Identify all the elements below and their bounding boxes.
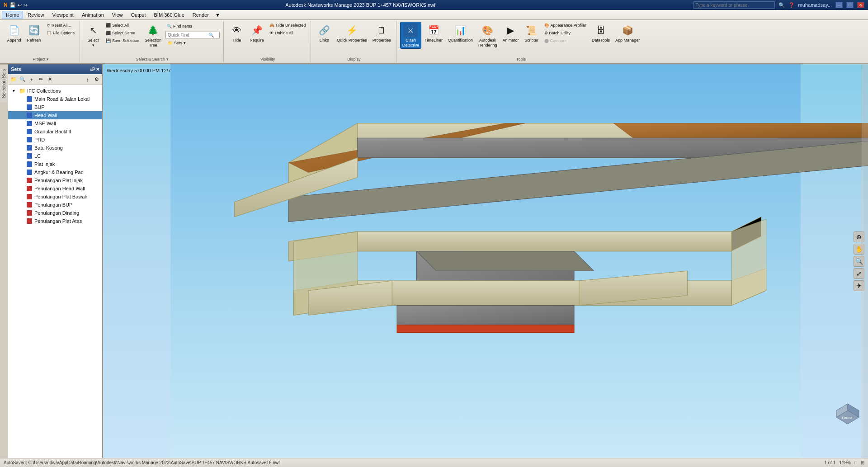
doc-icon-mse-wall — [26, 120, 33, 127]
menu-viewpoint[interactable]: Viewpoint — [48, 11, 77, 19]
unhide-all-button[interactable]: 👁 Unhide All — [267, 29, 308, 37]
batch-utility-button[interactable]: ⚙ Batch Utility — [542, 29, 589, 37]
ribbon-group-tools: ⚔ Clash Detective 📅 TimeLiner 📊 Quantifi… — [397, 21, 645, 62]
quick-access-save[interactable]: 💾 — [9, 2, 16, 8]
svg-marker-5 — [613, 123, 868, 138]
selection-tree-button[interactable]: 🌲 Selection Tree — [142, 22, 164, 49]
tree-item-batu-kosong[interactable]: Batu Kosong — [8, 144, 102, 152]
side-tab-selection[interactable]: Selection Sets — [0, 64, 8, 103]
datatools-button[interactable]: 🗄 DataTools — [590, 22, 612, 44]
quick-find-input-wrapper[interactable]: 🔍 — [165, 32, 220, 38]
autodesk-rendering-button[interactable]: 🎨 Autodesk Rendering — [476, 22, 500, 49]
menu-bim360[interactable]: BIM 360 Glue — [151, 11, 188, 19]
require-button[interactable]: 📌 Require — [247, 22, 266, 44]
tree-item-pen-plat-atas[interactable]: Penulangan Plat Atas — [8, 217, 102, 225]
reset-all-button[interactable]: ↺ Reset All... — [44, 22, 77, 29]
quick-find-input[interactable] — [168, 33, 208, 38]
folder-icon-ifc: 📁 — [19, 88, 25, 94]
sets-button[interactable]: 📁 Sets ▾ — [165, 39, 220, 47]
quantification-button[interactable]: 📊 Quantification — [446, 22, 475, 44]
tree-item-lc[interactable]: LC — [8, 152, 102, 160]
quick-find-search-icon[interactable]: 🔍 — [208, 33, 214, 38]
minimize-button[interactable]: ─ — [835, 2, 843, 8]
svg-marker-19 — [397, 325, 574, 332]
tree-expand-ifc[interactable]: ▼ — [12, 89, 17, 93]
compare-button[interactable]: ⬤ Compare — [542, 37, 589, 44]
ribbon-group-display: 🔗 Links ⚡ Quick Properties 🗒 Properties … — [312, 21, 396, 62]
tree-item-pen-plat-bawah[interactable]: Penulangan Plat Bawah — [8, 193, 102, 201]
quick-find-area: 🔍 📁 Sets ▾ — [165, 31, 221, 47]
3d-viewport[interactable]: Wednesday 5:00:00 PM 12/7/2022 Day=32 We… — [103, 64, 868, 458]
rendering-icon: 🎨 — [481, 23, 495, 38]
animator-icon: ▶ — [504, 23, 518, 38]
links-button[interactable]: 🔗 Links — [315, 22, 334, 44]
tree-item-mse-wall[interactable]: MSE Wall — [8, 119, 102, 127]
selection-tree-icon: 🌲 — [146, 23, 160, 38]
tree-item-bup[interactable]: BUP — [8, 103, 102, 111]
tree-item-pen-head-wall[interactable]: Penulangan Head Wall — [8, 184, 102, 193]
svg-marker-21 — [731, 219, 766, 306]
more-options-icon[interactable]: ▼ — [215, 12, 220, 18]
quick-access-undo[interactable]: ↩ — [18, 2, 22, 8]
new-folder-btn[interactable]: 📁 — [9, 75, 18, 84]
scripter-button[interactable]: 📜 Scripter — [522, 22, 541, 44]
nav-cube[interactable]: FRONT — [832, 399, 863, 431]
tree-item-ifc[interactable]: ▼ 📁 IFC Collections — [8, 87, 102, 95]
refresh-button[interactable]: 🔄 Refresh — [24, 22, 43, 44]
app-manager-button[interactable]: 📦 App Manager — [613, 22, 642, 44]
menu-review[interactable]: Review — [24, 11, 47, 19]
scripter-icon: 📜 — [524, 23, 539, 38]
tree-item-granular[interactable]: Granular Backfill — [8, 127, 102, 136]
select-all-button[interactable]: ⬛ Select All — [104, 22, 142, 29]
sort-btn[interactable]: ↕ — [84, 75, 92, 84]
new-search-btn[interactable]: 🔍 — [19, 75, 27, 84]
hide-unselected-button[interactable]: 🙈 Hide Unselected — [267, 22, 308, 29]
maximize-button[interactable]: □ — [846, 2, 854, 8]
sets-restore-icon[interactable]: 🗗 — [90, 67, 95, 72]
select-button[interactable]: ↖ Select ▾ — [84, 22, 103, 49]
tree-item-main-road[interactable]: Main Road & Jalan Lokal — [8, 95, 102, 103]
rename-btn[interactable]: ✏ — [37, 75, 45, 84]
timeliner-button[interactable]: 📅 TimeLiner — [422, 22, 445, 44]
properties-button[interactable]: 🗒 Properties — [370, 22, 393, 44]
quick-properties-button[interactable]: ⚡ Quick Properties — [335, 22, 369, 44]
sets-close-icon[interactable]: ✕ — [96, 67, 99, 72]
tree-item-phd[interactable]: PHD — [8, 136, 102, 144]
tree-item-pen-dinding[interactable]: Penulangan Dinding — [8, 209, 102, 217]
left-panel: Sets 🗗 ✕ 📁 🔍 + ✏ ✕ ↕ ⚙ ▼ 📁 IFC Collectio… — [8, 64, 103, 458]
title-bar: N 💾 ↩ ↪ Autodesk Navisworks Manage 2023 … — [0, 0, 868, 10]
search-icon[interactable]: 🔍 — [778, 2, 785, 8]
animator-button[interactable]: ▶ Animator — [500, 22, 521, 44]
find-items-label: Find Items — [173, 24, 192, 28]
menu-view[interactable]: View — [108, 11, 127, 19]
new-selection-btn[interactable]: + — [28, 75, 36, 84]
quant-icon: 📊 — [453, 23, 467, 38]
save-selection-button[interactable]: 💾 Save Selection — [104, 37, 142, 44]
menu-animation[interactable]: Animation — [78, 11, 108, 19]
search-input[interactable] — [693, 1, 775, 9]
tree-item-pen-bup[interactable]: Penulangan BUP — [8, 201, 102, 209]
appearance-profiler-button[interactable]: 🎨 Appearance Profiler — [542, 22, 589, 29]
doc-icon-head-wall — [26, 112, 33, 118]
menu-output[interactable]: Output — [127, 11, 150, 19]
clash-detective-button[interactable]: ⚔ Clash Detective — [400, 22, 422, 49]
quick-access-redo[interactable]: ↪ — [24, 2, 28, 8]
select-all-icon: ⬛ — [106, 23, 111, 28]
tree-item-plat-injak[interactable]: Plat Injak — [8, 160, 102, 168]
append-button[interactable]: 📄 Append — [5, 22, 24, 44]
find-items-button[interactable]: 🔍 Find Items — [165, 23, 221, 30]
options-btn[interactable]: ⚙ — [93, 75, 101, 84]
hide-button[interactable]: 👁 Hide — [227, 22, 246, 44]
select-same-button[interactable]: ⬛ Select Same — [104, 29, 142, 37]
help-icon[interactable]: ❓ — [788, 2, 795, 8]
tree-item-head-wall[interactable]: Head Wall — [8, 111, 102, 119]
close-button[interactable]: ✕ — [857, 2, 864, 8]
compare-icon: ⬤ — [544, 38, 549, 43]
file-options-button[interactable]: 📋 File Options — [44, 29, 77, 37]
tree-item-pen-plat-injak[interactable]: Penulangan Plat Injak — [8, 176, 102, 184]
ribbon-content: 📄 Append 🔄 Refresh ↺ Reset All... 📋 File… — [0, 20, 868, 63]
tree-item-angkur[interactable]: Angkur & Bearing Pad — [8, 168, 102, 176]
menu-home[interactable]: Home — [2, 11, 23, 19]
menu-render[interactable]: Render — [189, 11, 212, 19]
delete-btn[interactable]: ✕ — [46, 75, 54, 84]
